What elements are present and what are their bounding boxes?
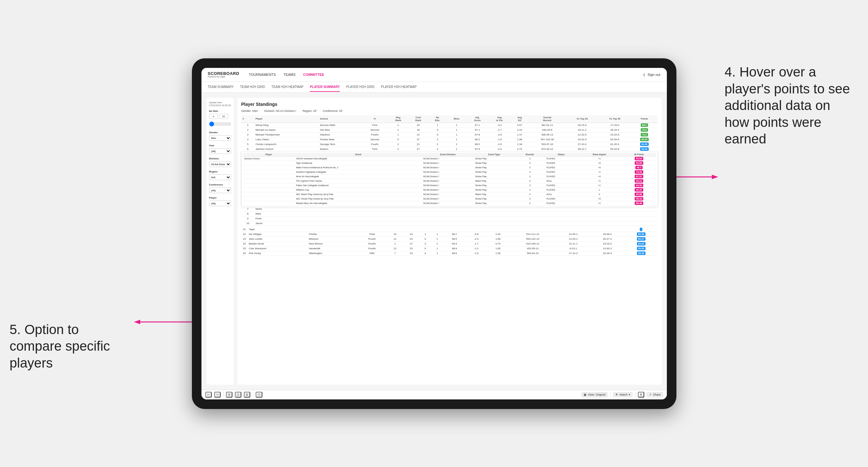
watch-label: Watch [619,393,627,396]
view-original-btn[interactable]: ▦ View: Original [582,392,608,397]
conference-select[interactable]: (All) [209,187,231,193]
points-badge[interactable]: 60.02 [637,242,646,245]
tooltip-data-row: SEC Stroke Play hosted by Jerry Pate NCA… [243,196,656,201]
division-filter-label: Division: [264,110,275,113]
tooltip-points[interactable]: 67.57 [635,175,643,178]
share-btn[interactable]: ↗ Share [647,392,663,397]
tooltip-points[interactable]: 53.60 [635,161,643,165]
tooltip-points[interactable]: 66.40 [635,201,643,205]
points-badge[interactable]: 76.2 [641,128,648,132]
points-badge[interactable]: 72.2 [641,133,648,136]
view-icon: ▦ [584,393,587,396]
toolbar-sep-4 [635,392,635,397]
col-vs50: Vs Top 50 [598,115,631,123]
tooltip-data-row: The Cypress Point Classic NCAA Division … [243,179,656,183]
rds-range-slider[interactable] [209,121,231,127]
main-content: Update time: 27/01/2024 16:56:26 No Rds.… [202,93,667,390]
year-label: Year [209,144,231,147]
watch-chevron: ▾ [629,393,630,396]
player-label: Player [209,196,231,199]
col-rank: # [241,115,254,123]
points-badge[interactable]: 88.2 [641,123,648,127]
tooltip-data-row: Amer An Intercollegiate NCAA Division I … [243,174,656,179]
points-badge[interactable]: 60.49 [640,143,649,146]
tooltip-points[interactable]: 24.11 [635,179,643,183]
year-select[interactable]: (All) [209,148,231,154]
conference-filter-label: Conference: [322,110,338,113]
points-badge[interactable]: 60.27 [637,237,646,241]
col-points: Points [631,115,658,123]
nav-tournaments[interactable]: TOURNAMENTS [249,71,276,78]
annotation-left-text: 5. Option to compare specific players [9,322,110,370]
filter-player: Player (All) [209,196,231,206]
tooltip-points[interactable]: 30.47 [635,188,643,192]
sub-nav-player-h2h-grid[interactable]: PLAYER H2H GRID [346,83,375,92]
logo-sub: Powered by clippi [208,75,239,78]
tooltip-points[interactable]: 64.50 [635,184,643,187]
tooltip-points[interactable]: 73.33 [635,170,643,174]
conference-label: Conference [209,183,231,186]
sub-nav: TEAM SUMMARY TEAM H2H GRID TEAM H2H HEAT… [202,82,667,93]
points-badge[interactable]: 59.95 [637,247,646,250]
col-avg-par: Avgto Par [488,115,511,123]
download-btn[interactable]: ⬇ [638,392,644,398]
tooltip-data-row: Fallen Oak Collegiate Invitational NCAA … [243,183,656,187]
table-row: 10 Jacob [241,221,658,226]
tooltip-points[interactable]: 25.98 [635,192,643,196]
rds-min-input[interactable] [209,114,218,119]
tooltip-points[interactable]: 46.7 [635,166,643,169]
copy-btn[interactable]: ⊡ [235,392,241,398]
gender-filter-chip: Gender: Men [241,110,258,113]
division-select[interactable]: NCAA Division I [209,161,231,167]
nav-separator: ›| [643,73,645,76]
toolbar-sep-1 [223,392,223,397]
tooltip-data-row: SEC Match Play hosted by Jerry Pate NCAA… [243,192,656,196]
tooltip-data-row: Williams Cup NCAA Division I Stroke Play… [243,187,656,192]
sub-nav-player-h2h-heatmap[interactable]: PLAYER H2H HEATMAP [381,83,416,92]
undo-btn[interactable]: ↩ [205,392,212,398]
settings-btn[interactable]: ⚙ [226,392,232,398]
sub-nav-team-summary[interactable]: TEAM SUMMARY [208,83,234,92]
sub-nav-player-summary[interactable]: PLAYER SUMMARY [310,83,340,92]
annotation-right-text: 4. Hover over a player's points to see a… [724,64,850,146]
points-badge[interactable]: 68.94 [640,138,649,141]
watch-btn[interactable]: 👁 Watch ▾ [613,392,632,397]
points-badge[interactable]: 58.49 [637,251,646,255]
points-badge[interactable]: 60.58 [637,232,646,236]
tooltip-points[interactable]: 56.18 [635,197,643,200]
bottom-toolbar: ↩ ↪ ⚙ ⊡ ⊞ ⏱ ▦ View: Original 👁 Watch ▾ ⬇… [202,390,667,399]
redo-btn[interactable]: ↪ [214,392,221,398]
tablet-screen: SCOREBOARD Powered by clippi TOURNAMENTS… [202,68,667,399]
tablet-frame: SCOREBOARD Powered by clippi TOURNAMENTS… [192,58,676,409]
gender-filter-value: Men [252,110,258,113]
points-badge[interactable] [640,227,642,231]
clock-btn[interactable]: ⏱ [256,392,262,398]
sign-out-btn[interactable]: Sign out [647,71,660,78]
gender-select[interactable]: Men Women [209,135,231,141]
col-overall: OverallRecord [528,115,566,123]
region-filter-value: All [313,110,316,113]
player-select[interactable]: (All) [209,200,231,206]
nav-teams[interactable]: TEAMS [283,71,296,78]
annotation-right: 4. Hover over a player's points to see a… [724,64,859,148]
division-label: Division [209,157,231,160]
filter-gender: Gender Men Women [209,131,231,141]
filter-conference: Conference (All) [209,183,231,193]
rds-max-input[interactable] [219,114,228,119]
table-row: 2 Michael La Sasso Ole Miss Second 1 18 … [241,127,658,132]
sub-nav-team-h2h-heatmap[interactable]: TEAM H2H HEATMAP [271,83,304,92]
nav-committee[interactable]: COMMITTEE [303,71,324,78]
filter-division: Division NCAA Division I [209,157,231,167]
filter-region: Region N/A [209,170,231,180]
nav-left: SCOREBOARD Powered by clippi TOURNAMENTS… [208,71,324,78]
tooltip-points[interactable]: 63.64 [635,157,643,160]
division-filter-chip: Division: NCAA Division I [264,110,296,113]
region-select[interactable]: N/A [209,175,231,180]
col-player: Player [254,115,318,123]
region-filter-label: Region: [303,110,312,113]
filters-panel: Update time: 27/01/2024 16:56:26 No Rds.… [207,98,234,385]
region-label: Region [209,170,231,173]
points-badge[interactable]: 58.18 [640,147,649,151]
sub-nav-team-h2h-grid[interactable]: TEAM H2H GRID [240,83,265,92]
add-btn[interactable]: ⊞ [244,392,250,398]
